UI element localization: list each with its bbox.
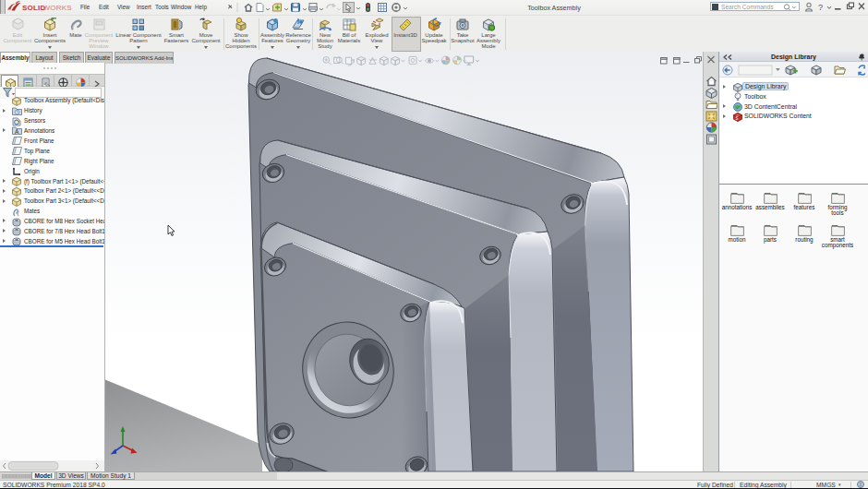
svg-text:A: A <box>15 128 19 135</box>
svg-text:S: S <box>736 116 739 121</box>
svg-text:WORKS: WORKS <box>43 4 72 12</box>
svg-text:?: ? <box>818 3 823 12</box>
